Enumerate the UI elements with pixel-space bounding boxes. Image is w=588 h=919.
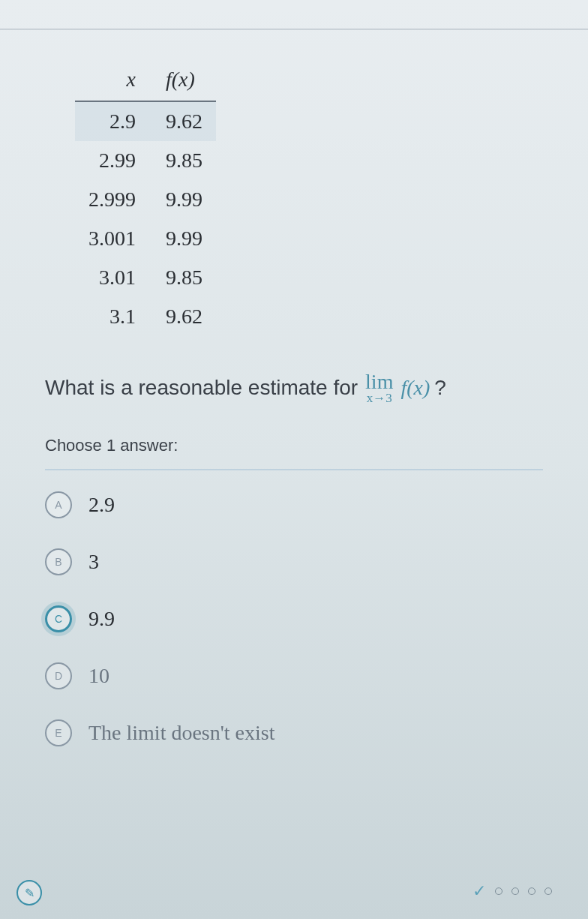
option-label: 9.9 <box>88 607 115 631</box>
progress-dot <box>544 887 552 895</box>
header-x: x <box>75 60 149 101</box>
cell-x: 2.99 <box>75 141 149 180</box>
cell-x: 2.999 <box>75 180 149 219</box>
options-list: A2.9B3C9.9D10EThe limit doesn't exist <box>45 491 543 746</box>
cell-fx: 9.99 <box>149 180 216 219</box>
question-text: What is a reasonable estimate for lim x→… <box>45 372 543 404</box>
radio-e[interactable]: E <box>45 719 72 746</box>
cell-x: 3.01 <box>75 258 149 297</box>
radio-d[interactable]: D <box>45 662 72 689</box>
answer-option-a[interactable]: A2.9 <box>45 491 543 518</box>
question-prefix: What is a reasonable estimate for <box>45 376 358 400</box>
fx-text: f(x) <box>400 376 430 400</box>
cell-fx: 9.85 <box>149 258 216 297</box>
answer-option-c[interactable]: C9.9 <box>45 605 543 632</box>
lim-sub: x→3 <box>367 392 392 404</box>
limit-notation: lim x→3 <box>365 372 393 404</box>
table-row: 3.0019.99 <box>75 219 216 258</box>
cell-x: 2.9 <box>75 101 149 141</box>
header-fx: f(x) <box>149 60 216 101</box>
check-icon: ✓ <box>472 881 486 901</box>
cell-fx: 9.62 <box>149 297 216 336</box>
table-row: 2.999.85 <box>75 141 216 180</box>
progress-dots: ✓ <box>472 881 552 901</box>
option-label: 2.9 <box>88 493 115 517</box>
cell-fx: 9.99 <box>149 219 216 258</box>
option-label: The limit doesn't exist <box>88 721 274 745</box>
option-label: 3 <box>88 550 99 574</box>
function-table: x f(x) 2.99.622.999.852.9999.993.0019.99… <box>75 60 216 336</box>
cell-x: 3.001 <box>75 219 149 258</box>
table-row: 3.19.62 <box>75 297 216 336</box>
option-label: 10 <box>88 664 110 688</box>
progress-dot <box>528 887 536 895</box>
table-row: 2.99.62 <box>75 101 216 141</box>
answer-option-d[interactable]: D10 <box>45 662 543 689</box>
radio-c[interactable]: C <box>45 605 72 632</box>
question-content: x f(x) 2.99.622.999.852.9999.993.0019.99… <box>0 30 588 746</box>
answer-option-b[interactable]: B3 <box>45 548 543 575</box>
answer-option-e[interactable]: EThe limit doesn't exist <box>45 719 543 746</box>
table-row: 2.9999.99 <box>75 180 216 219</box>
radio-b[interactable]: B <box>45 548 72 575</box>
nav-pencil-button[interactable]: ✎ <box>16 880 42 905</box>
lim-text: lim <box>365 372 393 392</box>
cell-fx: 9.85 <box>149 141 216 180</box>
progress-dot <box>512 887 519 895</box>
choose-label: Choose 1 answer: <box>45 436 543 470</box>
radio-a[interactable]: A <box>45 491 72 518</box>
question-suffix: ? <box>434 376 446 400</box>
table-header-row: x f(x) <box>75 60 216 101</box>
progress-dot <box>495 887 502 895</box>
table-row: 3.019.85 <box>75 258 216 297</box>
pencil-icon: ✎ <box>25 886 34 900</box>
cell-fx: 9.62 <box>149 101 216 141</box>
cell-x: 3.1 <box>75 297 149 336</box>
